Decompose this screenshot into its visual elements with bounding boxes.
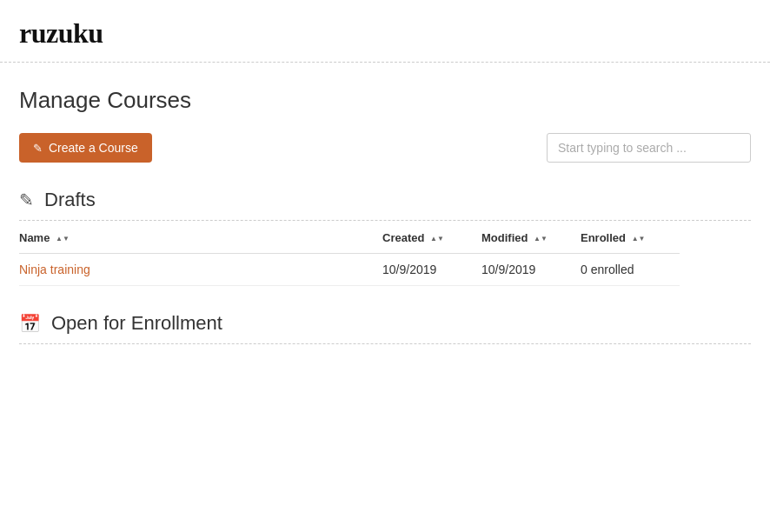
course-enrolled-cell: 0 enrolled [581, 254, 680, 286]
create-course-label: Create a Course [49, 141, 138, 155]
col-header-enrolled[interactable]: Enrolled ▲▼ [581, 221, 680, 254]
header: ruzuku [0, 0, 770, 63]
open-enrollment-section: 📅 Open for Enrollment [19, 312, 751, 344]
sort-arrows-created: ▲▼ [430, 236, 444, 243]
main-content: Manage Courses ✎ Create a Course ✎ Draft… [0, 63, 770, 388]
sort-arrows-name: ▲▼ [56, 236, 70, 243]
open-enrollment-section-header: 📅 Open for Enrollment [19, 312, 751, 344]
drafts-table-container: Name ▲▼ Created ▲▼ Modified ▲▼ Enrolle [19, 221, 680, 286]
drafts-table: Name ▲▼ Created ▲▼ Modified ▲▼ Enrolle [19, 221, 680, 286]
toolbar: ✎ Create a Course [19, 133, 751, 163]
page-title: Manage Courses [19, 87, 751, 114]
drafts-section: ✎ Drafts Name ▲▼ Created ▲▼ [19, 189, 751, 286]
search-input[interactable] [547, 133, 751, 163]
calendar-icon: 📅 [19, 313, 41, 334]
sort-arrows-modified: ▲▼ [534, 236, 548, 243]
logo: ruzuku [19, 17, 103, 49]
create-course-button[interactable]: ✎ Create a Course [19, 133, 152, 163]
drafts-section-header: ✎ Drafts [19, 189, 751, 221]
sort-arrows-enrolled: ▲▼ [632, 236, 646, 243]
drafts-title: Drafts [44, 189, 96, 211]
col-header-created[interactable]: Created ▲▼ [382, 221, 481, 254]
table-header-row: Name ▲▼ Created ▲▼ Modified ▲▼ Enrolle [19, 221, 680, 254]
col-header-name[interactable]: Name ▲▼ [19, 221, 382, 254]
course-name-cell[interactable]: Ninja training [19, 254, 382, 286]
table-row: Ninja training 10/9/2019 10/9/2019 0 enr… [19, 254, 680, 286]
course-created-cell: 10/9/2019 [382, 254, 481, 286]
pencil-icon: ✎ [33, 142, 43, 155]
open-enrollment-title: Open for Enrollment [51, 312, 222, 335]
drafts-icon: ✎ [19, 190, 34, 210]
col-header-modified[interactable]: Modified ▲▼ [481, 221, 581, 254]
course-modified-cell: 10/9/2019 [481, 254, 581, 286]
